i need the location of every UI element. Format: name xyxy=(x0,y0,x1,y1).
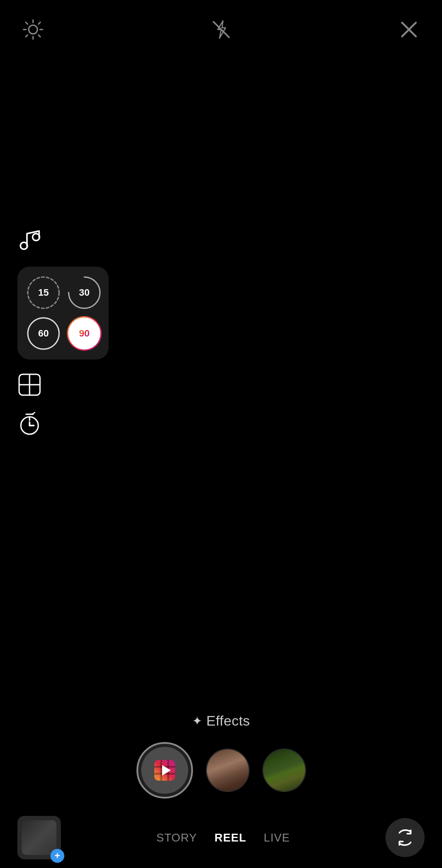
tab-reel[interactable]: REEL xyxy=(214,831,246,845)
duration-60-btn[interactable]: 60 xyxy=(26,316,61,351)
thumbnail-person[interactable] xyxy=(206,749,249,792)
left-controls: 15 30 60 90 xyxy=(17,226,109,438)
music-icon[interactable] xyxy=(17,226,109,254)
close-icon[interactable] xyxy=(398,18,420,43)
record-button[interactable] xyxy=(136,742,193,799)
sparkle-icon: ✦ xyxy=(192,714,202,728)
duration-30-btn[interactable]: 30 xyxy=(67,275,102,310)
duration-15-btn[interactable]: 15 xyxy=(26,275,61,310)
nav-tabs: STORY REEL LIVE xyxy=(156,831,290,845)
bottom-nav: + STORY REEL LIVE xyxy=(0,807,442,868)
thumbnail-bottles[interactable] xyxy=(263,749,306,792)
svg-rect-20 xyxy=(160,760,162,781)
tab-story[interactable]: STORY xyxy=(156,831,197,845)
effects-label: Effects xyxy=(206,713,250,729)
top-bar xyxy=(0,0,442,48)
flip-camera-button[interactable] xyxy=(386,818,425,857)
timer-icon[interactable] xyxy=(17,412,109,438)
flash-icon[interactable] xyxy=(210,18,233,43)
duration-90-btn[interactable]: 90 xyxy=(67,316,102,351)
add-media-icon: + xyxy=(50,849,64,863)
effects-row[interactable]: ✦ Effects xyxy=(0,713,442,729)
layout-icon[interactable] xyxy=(17,373,109,399)
settings-icon[interactable] xyxy=(22,18,44,43)
svg-point-0 xyxy=(29,25,37,34)
capture-row xyxy=(0,742,442,799)
tab-live[interactable]: LIVE xyxy=(264,831,290,845)
gallery-button[interactable]: + xyxy=(17,816,61,859)
duration-panel: 15 30 60 90 xyxy=(17,267,109,360)
